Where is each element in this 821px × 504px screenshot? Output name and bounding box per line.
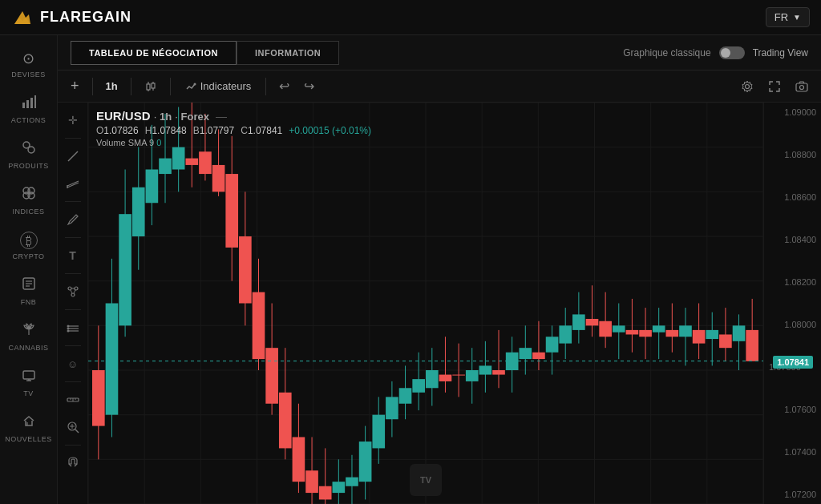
undo-btn[interactable]: ↩ bbox=[274, 75, 294, 97]
tab-bar: TABLEAU DE NÉGOCIATION INFORMATION Graph… bbox=[58, 35, 821, 71]
tab-information[interactable]: INFORMATION bbox=[237, 41, 339, 65]
top-bar: FLAREGAIN FR ▼ bbox=[0, 0, 821, 35]
horizontal-line-tool[interactable] bbox=[62, 317, 84, 339]
logo-icon bbox=[11, 6, 34, 29]
chart-main: EUR/USD · 1h · Forex — O1.07826 H1.07848… bbox=[88, 103, 763, 504]
zoom-tool[interactable] bbox=[62, 416, 84, 438]
tabs-left: TABLEAU DE NÉGOCIATION INFORMATION bbox=[71, 41, 339, 65]
ray-tool[interactable] bbox=[62, 172, 84, 195]
timeframe-btn[interactable]: 1h bbox=[101, 78, 123, 95]
price-chart[interactable] bbox=[88, 103, 763, 504]
text-tool[interactable]: T bbox=[62, 244, 84, 267]
redo-btn[interactable]: ↪ bbox=[299, 75, 319, 97]
price-1.08600: 1.08600 bbox=[769, 192, 816, 202]
camera-icon bbox=[795, 80, 808, 93]
price-1.08200: 1.08200 bbox=[769, 277, 816, 287]
logo: FLAREGAIN bbox=[11, 6, 131, 29]
svg-point-44 bbox=[67, 325, 69, 328]
sidebar-item-nouvelles[interactable]: NOUVELLES bbox=[0, 405, 57, 451]
fullscreen-btn[interactable] bbox=[763, 77, 786, 96]
screenshot-btn[interactable] bbox=[791, 77, 813, 96]
svg-line-52 bbox=[75, 429, 79, 433]
svg-point-11 bbox=[28, 192, 34, 199]
gear-icon bbox=[741, 80, 754, 93]
line-tool[interactable] bbox=[62, 145, 84, 167]
svg-point-7 bbox=[28, 147, 34, 153]
tool-sep8 bbox=[65, 445, 81, 446]
svg-point-34 bbox=[67, 187, 68, 188]
svg-line-39 bbox=[71, 290, 72, 293]
price-1.08400: 1.08400 bbox=[769, 235, 816, 244]
fnb-icon bbox=[22, 276, 36, 295]
sidebar-label-produits: PRODUITS bbox=[8, 162, 49, 170]
chart-type-icon: — bbox=[216, 110, 227, 123]
sidebar-label-indices: INDICES bbox=[12, 208, 44, 216]
candle-type-btn[interactable] bbox=[140, 77, 162, 96]
indicators-btn[interactable]: Indicateurs bbox=[179, 78, 258, 95]
svg-point-37 bbox=[71, 293, 75, 296]
sidebar-item-tv[interactable]: TV bbox=[0, 360, 57, 405]
svg-rect-4 bbox=[30, 98, 33, 108]
sep1 bbox=[92, 78, 93, 95]
price-scale: 1.09000 1.08800 1.08600 1.08400 1.08200 … bbox=[763, 103, 821, 504]
sidebar-label-tv: TV bbox=[23, 389, 34, 397]
classic-label: Graphique classique bbox=[623, 47, 710, 58]
content-area: TABLEAU DE NÉGOCIATION INFORMATION Graph… bbox=[58, 35, 821, 504]
crosshair-tool[interactable]: ✛ bbox=[62, 109, 84, 131]
svg-line-30 bbox=[68, 151, 78, 161]
svg-point-26 bbox=[193, 83, 196, 85]
price-1.08000: 1.08000 bbox=[769, 320, 816, 329]
sidebar-item-actions[interactable]: ACTIONS bbox=[0, 87, 57, 132]
nouvelles-icon bbox=[22, 413, 36, 432]
svg-rect-23 bbox=[152, 83, 155, 88]
sidebar-item-crypto[interactable]: ₿ CRYPTO bbox=[0, 224, 57, 268]
svg-point-36 bbox=[75, 287, 78, 290]
magnet-tool[interactable] bbox=[62, 452, 84, 474]
chart-info: EUR/USD · 1h · Forex — O1.07826 H1.07848… bbox=[96, 109, 371, 147]
svg-point-35 bbox=[68, 287, 71, 290]
current-price-badge: 1.07841 bbox=[773, 356, 813, 369]
price-1.07200: 1.07200 bbox=[769, 490, 816, 499]
sidebar-label-nouvelles: NOUVELLES bbox=[5, 435, 52, 443]
actions-icon bbox=[22, 95, 36, 113]
chart-container: ✛ T bbox=[58, 103, 821, 504]
sidebar-item-devises[interactable]: ⊙ DEVISES bbox=[0, 42, 57, 87]
svg-point-45 bbox=[67, 328, 69, 330]
toggle-knob bbox=[721, 48, 730, 58]
tool-sep4 bbox=[65, 273, 81, 274]
sidebar-label-fnb: FNB bbox=[21, 298, 37, 306]
tool-sep7 bbox=[65, 381, 81, 382]
svg-rect-3 bbox=[26, 100, 29, 108]
add-button[interactable]: + bbox=[66, 75, 84, 98]
toggle-switch[interactable] bbox=[719, 46, 745, 59]
sidebar-label-actions: ACTIONS bbox=[11, 116, 47, 124]
svg-rect-2 bbox=[22, 103, 25, 108]
settings-btn[interactable] bbox=[736, 77, 758, 96]
sep3 bbox=[170, 78, 171, 95]
chart-tools: ✛ T bbox=[58, 103, 88, 504]
ruler-tool[interactable] bbox=[62, 389, 84, 411]
chart-toggle[interactable] bbox=[719, 46, 745, 59]
volume-row: Volume SMA 9 0 bbox=[96, 138, 371, 147]
svg-line-40 bbox=[74, 290, 75, 293]
chart-title-row: EUR/USD · 1h · Forex — bbox=[96, 109, 371, 123]
toolbar-right bbox=[736, 77, 813, 96]
svg-rect-28 bbox=[796, 83, 807, 91]
emoji-tool[interactable]: ☺ bbox=[62, 353, 84, 375]
tab-tableau[interactable]: TABLEAU DE NÉGOCIATION bbox=[71, 41, 237, 65]
price-1.07600: 1.07600 bbox=[769, 405, 816, 414]
main-layout: ⊙ DEVISES ACTIONS PRODUITS INDICES ₿ CRY… bbox=[0, 35, 821, 504]
lang-selector[interactable]: FR ▼ bbox=[766, 7, 810, 27]
indices-icon bbox=[22, 186, 36, 204]
svg-point-29 bbox=[800, 85, 804, 89]
sidebar-item-fnb[interactable]: FNB bbox=[0, 268, 57, 314]
chart-pair: EUR/USD · 1h · Forex bbox=[96, 109, 209, 123]
sidebar-item-produits[interactable]: PRODUITS bbox=[0, 132, 57, 178]
tool-sep3 bbox=[65, 237, 81, 238]
sidebar-item-indices[interactable]: INDICES bbox=[0, 178, 57, 224]
pattern-tool[interactable] bbox=[62, 280, 84, 303]
price-1.07400: 1.07400 bbox=[769, 447, 816, 457]
sidebar-item-cannabis[interactable]: CANNABIS bbox=[0, 314, 57, 360]
pencil-tool[interactable] bbox=[62, 208, 84, 231]
sidebar: ⊙ DEVISES ACTIONS PRODUITS INDICES ₿ CRY… bbox=[0, 35, 58, 504]
